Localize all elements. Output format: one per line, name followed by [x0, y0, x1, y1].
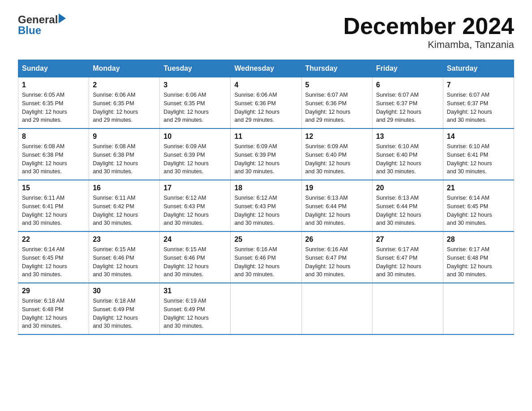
calendar-cell — [443, 283, 514, 334]
calendar-location: Kimamba, Tanzania — [343, 39, 514, 51]
calendar-cell: 9Sunrise: 6:08 AMSunset: 6:38 PMDaylight… — [89, 128, 160, 180]
calendar-cell: 30Sunrise: 6:18 AMSunset: 6:49 PMDayligh… — [89, 283, 160, 334]
day-info: Sunrise: 6:11 AMSunset: 6:42 PMDaylight:… — [93, 194, 156, 227]
page-header: General Blue December 2024 Kimamba, Tanz… — [18, 13, 514, 51]
calendar-cell: 1Sunrise: 6:05 AMSunset: 6:35 PMDaylight… — [18, 77, 89, 129]
day-number: 31 — [163, 287, 227, 295]
calendar-table: SundayMondayTuesdayWednesdayThursdayFrid… — [18, 60, 514, 335]
calendar-cell: 27Sunrise: 6:17 AMSunset: 6:47 PMDayligh… — [372, 231, 443, 283]
day-number: 30 — [93, 287, 156, 295]
calendar-cell: 15Sunrise: 6:11 AMSunset: 6:41 PMDayligh… — [18, 180, 89, 231]
day-number: 16 — [93, 184, 156, 192]
calendar-week-row: 15Sunrise: 6:11 AMSunset: 6:41 PMDayligh… — [18, 180, 514, 231]
weekday-header-thursday: Thursday — [301, 60, 372, 77]
day-info: Sunrise: 6:09 AMSunset: 6:39 PMDaylight:… — [234, 142, 297, 176]
calendar-cell: 12Sunrise: 6:09 AMSunset: 6:40 PMDayligh… — [301, 128, 372, 180]
weekday-header-sunday: Sunday — [18, 60, 89, 77]
calendar-cell: 14Sunrise: 6:10 AMSunset: 6:41 PMDayligh… — [443, 128, 514, 180]
logo-arrow-icon — [59, 13, 66, 23]
calendar-cell: 22Sunrise: 6:14 AMSunset: 6:45 PMDayligh… — [18, 231, 89, 283]
calendar-cell: 21Sunrise: 6:14 AMSunset: 6:45 PMDayligh… — [443, 180, 514, 231]
title-block: December 2024 Kimamba, Tanzania — [343, 13, 514, 51]
day-info: Sunrise: 6:06 AMSunset: 6:35 PMDaylight:… — [93, 91, 156, 124]
day-info: Sunrise: 6:18 AMSunset: 6:48 PMDaylight:… — [22, 297, 85, 330]
day-info: Sunrise: 6:18 AMSunset: 6:49 PMDaylight:… — [93, 297, 156, 330]
weekday-header-saturday: Saturday — [443, 60, 514, 77]
calendar-cell: 24Sunrise: 6:15 AMSunset: 6:46 PMDayligh… — [160, 231, 231, 283]
calendar-cell: 3Sunrise: 6:06 AMSunset: 6:35 PMDaylight… — [160, 77, 231, 129]
day-number: 28 — [447, 235, 510, 244]
day-number: 18 — [234, 184, 297, 192]
day-number: 2 — [93, 81, 156, 89]
day-info: Sunrise: 6:16 AMSunset: 6:47 PMDaylight:… — [305, 245, 369, 279]
weekday-header-wednesday: Wednesday — [231, 60, 301, 77]
calendar-cell: 19Sunrise: 6:13 AMSunset: 6:44 PMDayligh… — [301, 180, 372, 231]
logo: General Blue — [18, 13, 66, 37]
calendar-cell: 8Sunrise: 6:08 AMSunset: 6:38 PMDaylight… — [18, 128, 89, 180]
calendar-week-row: 22Sunrise: 6:14 AMSunset: 6:45 PMDayligh… — [18, 231, 514, 283]
calendar-cell: 23Sunrise: 6:15 AMSunset: 6:46 PMDayligh… — [89, 231, 160, 283]
weekday-header-friday: Friday — [372, 60, 443, 77]
calendar-cell: 16Sunrise: 6:11 AMSunset: 6:42 PMDayligh… — [89, 180, 160, 231]
calendar-cell: 4Sunrise: 6:06 AMSunset: 6:36 PMDaylight… — [231, 77, 301, 129]
weekday-header-row: SundayMondayTuesdayWednesdayThursdayFrid… — [18, 60, 514, 77]
calendar-cell — [301, 283, 372, 334]
calendar-cell — [372, 283, 443, 334]
weekday-header-tuesday: Tuesday — [160, 60, 231, 77]
day-number: 11 — [234, 133, 297, 141]
day-info: Sunrise: 6:08 AMSunset: 6:38 PMDaylight:… — [93, 142, 156, 176]
day-info: Sunrise: 6:06 AMSunset: 6:35 PMDaylight:… — [163, 91, 227, 124]
day-info: Sunrise: 6:11 AMSunset: 6:41 PMDaylight:… — [22, 194, 85, 227]
weekday-header-monday: Monday — [89, 60, 160, 77]
day-info: Sunrise: 6:06 AMSunset: 6:36 PMDaylight:… — [234, 91, 297, 124]
day-info: Sunrise: 6:05 AMSunset: 6:35 PMDaylight:… — [22, 91, 85, 124]
calendar-cell: 7Sunrise: 6:07 AMSunset: 6:37 PMDaylight… — [443, 77, 514, 129]
day-info: Sunrise: 6:19 AMSunset: 6:49 PMDaylight:… — [163, 297, 227, 330]
day-info: Sunrise: 6:15 AMSunset: 6:46 PMDaylight:… — [93, 245, 156, 279]
calendar-cell: 2Sunrise: 6:06 AMSunset: 6:35 PMDaylight… — [89, 77, 160, 129]
calendar-body: 1Sunrise: 6:05 AMSunset: 6:35 PMDaylight… — [18, 77, 514, 335]
day-info: Sunrise: 6:14 AMSunset: 6:45 PMDaylight:… — [447, 194, 510, 227]
logo-blue-text: Blue — [18, 24, 41, 37]
calendar-cell: 5Sunrise: 6:07 AMSunset: 6:36 PMDaylight… — [301, 77, 372, 129]
calendar-header: SundayMondayTuesdayWednesdayThursdayFrid… — [18, 60, 514, 77]
day-number: 23 — [93, 235, 156, 244]
calendar-cell: 31Sunrise: 6:19 AMSunset: 6:49 PMDayligh… — [160, 283, 231, 334]
day-number: 22 — [22, 235, 85, 244]
day-number: 9 — [93, 133, 156, 141]
day-info: Sunrise: 6:13 AMSunset: 6:44 PMDaylight:… — [376, 194, 439, 227]
calendar-week-row: 29Sunrise: 6:18 AMSunset: 6:48 PMDayligh… — [18, 283, 514, 334]
calendar-cell: 17Sunrise: 6:12 AMSunset: 6:43 PMDayligh… — [160, 180, 231, 231]
day-number: 8 — [22, 133, 85, 141]
calendar-cell: 29Sunrise: 6:18 AMSunset: 6:48 PMDayligh… — [18, 283, 89, 334]
day-number: 19 — [305, 184, 369, 192]
day-number: 14 — [447, 133, 510, 141]
calendar-cell: 26Sunrise: 6:16 AMSunset: 6:47 PMDayligh… — [301, 231, 372, 283]
day-number: 6 — [376, 81, 439, 89]
day-info: Sunrise: 6:09 AMSunset: 6:39 PMDaylight:… — [163, 142, 227, 176]
calendar-week-row: 8Sunrise: 6:08 AMSunset: 6:38 PMDaylight… — [18, 128, 514, 180]
day-info: Sunrise: 6:07 AMSunset: 6:37 PMDaylight:… — [376, 91, 439, 124]
day-number: 20 — [376, 184, 439, 192]
calendar-cell: 11Sunrise: 6:09 AMSunset: 6:39 PMDayligh… — [231, 128, 301, 180]
day-number: 4 — [234, 81, 297, 89]
calendar-cell: 25Sunrise: 6:16 AMSunset: 6:46 PMDayligh… — [231, 231, 301, 283]
day-number: 7 — [447, 81, 510, 89]
day-number: 5 — [305, 81, 369, 89]
day-number: 26 — [305, 235, 369, 244]
day-info: Sunrise: 6:15 AMSunset: 6:46 PMDaylight:… — [163, 245, 227, 279]
day-number: 25 — [234, 235, 297, 244]
calendar-cell: 28Sunrise: 6:17 AMSunset: 6:48 PMDayligh… — [443, 231, 514, 283]
day-number: 13 — [376, 133, 439, 141]
day-info: Sunrise: 6:12 AMSunset: 6:43 PMDaylight:… — [234, 194, 297, 227]
day-info: Sunrise: 6:16 AMSunset: 6:46 PMDaylight:… — [234, 245, 297, 279]
day-info: Sunrise: 6:10 AMSunset: 6:41 PMDaylight:… — [447, 142, 510, 176]
day-info: Sunrise: 6:07 AMSunset: 6:36 PMDaylight:… — [305, 91, 369, 124]
day-number: 27 — [376, 235, 439, 244]
day-number: 15 — [22, 184, 85, 192]
calendar-title: December 2024 — [343, 13, 514, 39]
day-info: Sunrise: 6:10 AMSunset: 6:40 PMDaylight:… — [376, 142, 439, 176]
day-info: Sunrise: 6:13 AMSunset: 6:44 PMDaylight:… — [305, 194, 369, 227]
day-number: 1 — [22, 81, 85, 89]
calendar-cell: 20Sunrise: 6:13 AMSunset: 6:44 PMDayligh… — [372, 180, 443, 231]
